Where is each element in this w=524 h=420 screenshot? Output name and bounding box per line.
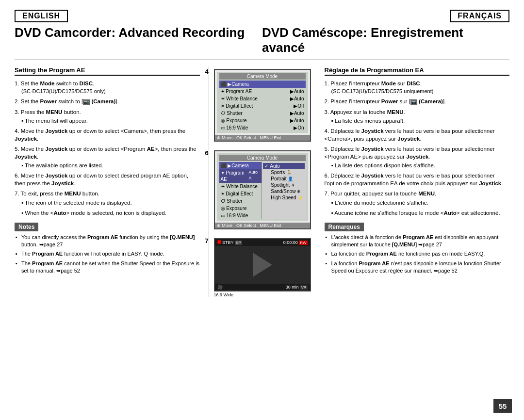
lang-french: FRANÇAIS <box>450 10 509 22</box>
screen4-wb: ☀ White Balance▶Auto <box>219 95 306 102</box>
screen4-programae: ✦ Program AE▶Auto <box>219 88 306 95</box>
play-triangle-icon <box>253 253 272 277</box>
french-section-heading: Réglage de la Programmation EA <box>325 66 510 76</box>
title-french: DVD Caméscope: Enregistrement avancé <box>262 25 509 55</box>
page-container: ENGLISH FRANÇAIS DVD Camcorder: Advanced… <box>0 0 524 420</box>
english-steps: 1. Set the Mode switch to DISC. (SC-DC17… <box>15 80 200 217</box>
screen4-exposure: ◎ Exposure▶Auto <box>219 117 306 124</box>
submenu-sand: Sand/Snow ❄ <box>263 188 304 194</box>
screen6-exposure: ◎ Exposure <box>219 205 262 212</box>
top-headers: ENGLISH FRANÇAIS <box>15 10 509 22</box>
screen6-programae-selected: ✦ Program AEAuto A <box>219 169 262 183</box>
french-notes: Remarques L'accès direct à la fonction d… <box>325 223 510 275</box>
title-english: DVD Camcorder: Advanced Recording <box>15 25 262 55</box>
screen6-de: ✶ Digital Effect <box>219 190 262 197</box>
three-col-layout: Setting the Program AE 1. Set the Mode s… <box>15 66 509 297</box>
screen6-submenu: ✓Auto Sports 🏃 Portrait 👤 Spotlight ☀ Sa… <box>262 162 305 219</box>
screen6: Camera Mode ⬛ ▶Camera ✦ Program AEAuto A <box>214 150 311 229</box>
col-french: Réglage de la Programmation EA 1. Placez… <box>316 66 510 297</box>
screen6-camera-header: ⬛ ▶Camera <box>219 162 262 169</box>
screen6-shutter: ⏱ Shutter <box>219 197 262 205</box>
page-number-badge: 55 <box>493 399 512 413</box>
screen6-content: ⬛ ▶Camera ✦ Program AEAuto A ☀ White Bal… <box>219 162 306 219</box>
screen7-topbar: STBY SP 0:00:00 RW <box>215 239 310 246</box>
screen6-wb: ☀ White Balance <box>219 183 262 190</box>
note-1-fr: L'accès direct à la fonction de Program … <box>325 234 510 249</box>
french-steps: 1. Placez l'interrupteur Mode sur DISC. … <box>325 80 510 217</box>
stby-label: STBY <box>222 240 233 245</box>
note-2-en: The Program AE function will not operate… <box>15 250 200 258</box>
screen6-wide: ▭ 16:9 Wide <box>219 212 262 219</box>
screen4-title: Camera Mode <box>219 73 306 80</box>
lang-english: ENGLISH <box>15 10 68 22</box>
screen4-camera-row: ⬛ ▶Camera <box>219 81 306 88</box>
submenu-auto: ✓Auto <box>263 163 304 169</box>
screen4-de: ✶ Digital Effect▶Off <box>219 102 306 110</box>
screen7-content <box>215 246 310 284</box>
step-7-fr: 7. Pour quitter, appuyez sur la touche M… <box>325 190 510 216</box>
center-col-screenshots: 4 Camera Mode ⬛ ▶Camera ✦ Program AE▶Aut… <box>209 66 316 297</box>
step-2-en: 2. Set the Power switch to [📷 (Camera)]. <box>15 97 200 105</box>
step-4-en: 4. Move the Joystick up or down to selec… <box>15 127 200 143</box>
main-title-row: DVD Camcorder: Advanced Recording DVD Ca… <box>15 25 509 60</box>
submenu-spotlight: Spotlight ☀ <box>263 182 304 188</box>
screen6-title: Camera Mode <box>219 155 306 161</box>
notes-heading-fr: Remarques <box>325 223 364 231</box>
note-2-fr: La fonction de Program AE ne fonctionne … <box>325 250 510 258</box>
step-4-fr: 4. Déplacez le Joystick vers le haut ou … <box>325 127 510 143</box>
step-3-fr: 3. Appuyez sur la touche MENU. La liste … <box>325 108 510 125</box>
screen4-wide: ▭ 16:9 Wide▶On <box>219 124 306 131</box>
screen7-num: 7 <box>205 237 209 244</box>
english-section-heading: Setting the Program AE <box>15 66 200 76</box>
sp-badge: SP <box>235 241 242 245</box>
time-remaining: 30 min VR <box>286 285 308 290</box>
step-6-fr: 6. Déplacez le Joystick vers le haut ou … <box>325 172 510 187</box>
screen7-wrapper: 7 STBY SP 0:00:00 RW 🎥 30 min VR 16:9 Wi… <box>214 238 311 297</box>
step-3-en: 3. Press the MENU button. The menu list … <box>15 108 200 125</box>
note-1-en: You can directly access the Program AE f… <box>15 234 200 249</box>
timecode: 0:00:00 RW <box>283 240 308 245</box>
step-5-en: 5. Move the Joystick up or down to selec… <box>15 145 200 169</box>
col-english: Setting the Program AE 1. Set the Mode s… <box>15 66 209 297</box>
english-notes: Notes You can directly access the Progra… <box>15 223 200 275</box>
screen6-bottom: ⊕ MoveOK SelectMENU Exit <box>215 223 310 228</box>
screen6-wrapper: 6 Camera Mode ⬛ ▶Camera ✦ Program AEAuto… <box>214 150 311 229</box>
notes-heading-en: Notes <box>15 223 38 231</box>
screen4: Camera Mode ⬛ ▶Camera ✦ Program AE▶Auto … <box>214 69 311 142</box>
note-3-fr: La fonction Program AE n'est pas disponi… <box>325 260 510 275</box>
submenu-portrait: Portrait 👤 <box>263 176 304 182</box>
screen6-inner: Camera Mode ⬛ ▶Camera ✦ Program AEAuto A <box>217 153 308 221</box>
note-3-en: The Program AE cannot be set when the Sh… <box>15 260 200 275</box>
camera-icon-label: 🎥 <box>217 285 223 290</box>
notes-list-fr: L'accès direct à la fonction de Program … <box>325 234 510 275</box>
screen7-bottombar: 🎥 30 min VR <box>215 284 310 291</box>
submenu-highspeed: High Speed ⚡ <box>263 194 304 201</box>
step-1-en: 1. Set the Mode switch to DISC. (SC-DC17… <box>15 80 200 95</box>
rec-dot <box>217 240 221 244</box>
wide-label: 16:9 Wide <box>214 292 311 297</box>
screen6-num: 6 <box>205 149 209 157</box>
screen4-shutter: ⏱ Shutter▶Auto <box>219 110 306 117</box>
screen6-main-menu: ⬛ ▶Camera ✦ Program AEAuto A ☀ White Bal… <box>219 162 262 219</box>
step-5-fr: 5. Déplacez le Joystick vers le haut ou … <box>325 145 510 169</box>
screen4-wrapper: 4 Camera Mode ⬛ ▶Camera ✦ Program AE▶Aut… <box>214 69 311 142</box>
screen4-bottom: ⊕ MoveOK SelectMENU Exit <box>215 135 310 141</box>
step-1-fr: 1. Placez l'interrupteur Mode sur DISC. … <box>325 80 510 95</box>
step-6-en: 6. Move the Joystick up or down to selec… <box>15 172 200 187</box>
screen4-num: 4 <box>205 68 209 75</box>
screen4-inner: Camera Mode ⬛ ▶Camera ✦ Program AE▶Auto … <box>217 72 308 133</box>
screen7: STBY SP 0:00:00 RW 🎥 30 min VR <box>214 238 311 291</box>
step-2-fr: 2. Placez l'interrupteur Power sur [📷 (C… <box>325 97 510 105</box>
notes-list-en: You can directly access the Program AE f… <box>15 234 200 275</box>
step-7-en: 7. To exit, press the MENU button. The i… <box>15 190 200 216</box>
submenu-sports: Sports 🏃 <box>263 169 304 176</box>
